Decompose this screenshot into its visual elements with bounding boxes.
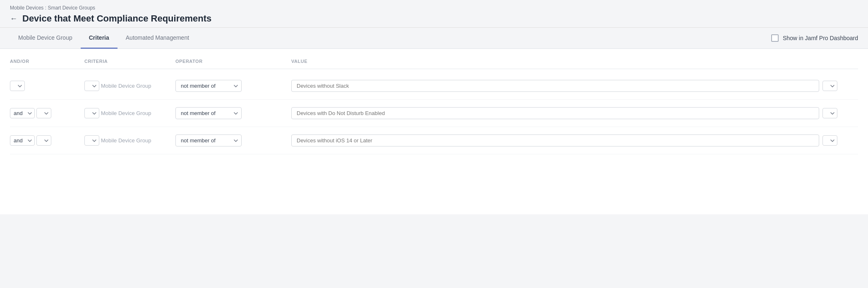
row3-criteria-icon-select[interactable]	[84, 135, 99, 146]
header-bar: Mobile Devices : Smart Device Groups ← D…	[0, 0, 868, 28]
row3-operator-select[interactable]: not member of	[175, 134, 242, 146]
operator-cell-2: not member of	[175, 107, 291, 119]
main-content: AND/OR CRITERIA OPERATOR VALUE Mobile De…	[0, 49, 868, 214]
row2-value-select[interactable]	[822, 108, 837, 118]
dashboard-toggle: Show in Jamf Pro Dashboard	[771, 34, 858, 42]
back-arrow-icon[interactable]: ←	[10, 14, 17, 23]
row1-value-select[interactable]	[822, 81, 837, 91]
value-cell-2	[291, 107, 837, 119]
criteria-cell-2: Mobile Device Group	[84, 108, 175, 118]
dashboard-label: Show in Jamf Pro Dashboard	[783, 35, 858, 41]
value-cell-3	[291, 134, 837, 146]
tabs-list: Mobile Device Group Criteria Automated M…	[10, 28, 197, 48]
col-operator: OPERATOR	[175, 59, 291, 64]
operator-cell-1: not member of	[175, 80, 291, 92]
row1-operator-select[interactable]: not member of	[175, 80, 242, 92]
tabs-bar: Mobile Device Group Criteria Automated M…	[0, 28, 868, 49]
col-value: VALUE	[291, 59, 837, 64]
dashboard-checkbox[interactable]	[771, 34, 779, 42]
row3-value-select[interactable]	[822, 135, 837, 146]
andor-cell-1	[10, 81, 84, 91]
table-header: AND/OR CRITERIA OPERATOR VALUE	[10, 59, 858, 69]
tab-criteria[interactable]: Criteria	[81, 28, 117, 49]
row1-criteria-icon-select[interactable]	[84, 81, 99, 91]
col-actions	[837, 59, 858, 64]
row2-criteria-text: Mobile Device Group	[101, 110, 151, 116]
breadcrumb-parent: Mobile Devices	[10, 5, 43, 11]
row2-criteria-icon-select[interactable]	[84, 108, 99, 118]
row2-andor-select[interactable]: and	[10, 108, 35, 118]
breadcrumb: Mobile Devices : Smart Device Groups	[10, 5, 858, 11]
andor-cell-2: and	[10, 108, 84, 118]
row1-icon-select[interactable]	[10, 81, 25, 91]
row3-icon-select[interactable]	[36, 135, 51, 146]
table-row: and Mobile Device Group not member of	[10, 100, 858, 127]
breadcrumb-separator: :	[43, 5, 48, 11]
value-cell-1	[291, 80, 837, 92]
andor-cell-3: and	[10, 135, 84, 146]
row3-value-input[interactable]	[291, 134, 819, 146]
tab-automated-management[interactable]: Automated Management	[117, 28, 197, 49]
table-row: Mobile Device Group not member of	[10, 72, 858, 100]
row2-value-input[interactable]	[291, 107, 819, 119]
tab-mobile-device-group[interactable]: Mobile Device Group	[10, 28, 81, 49]
row3-andor-select[interactable]: and	[10, 135, 35, 146]
criteria-cell-3: Mobile Device Group	[84, 135, 175, 146]
page-title: Device that Meet Compliance Requirements	[22, 13, 211, 24]
criteria-cell-1: Mobile Device Group	[84, 81, 175, 91]
row2-operator-select[interactable]: not member of	[175, 107, 242, 119]
table-row: and Mobile Device Group not member of	[10, 127, 858, 154]
col-criteria: CRITERIA	[84, 59, 175, 64]
col-andor: AND/OR	[10, 59, 84, 64]
breadcrumb-child: Smart Device Groups	[48, 5, 95, 11]
row2-icon-select[interactable]	[36, 108, 51, 118]
operator-cell-3: not member of	[175, 134, 291, 146]
row1-criteria-text: Mobile Device Group	[101, 83, 151, 89]
row3-criteria-text: Mobile Device Group	[101, 137, 151, 144]
row1-value-input[interactable]	[291, 80, 819, 92]
